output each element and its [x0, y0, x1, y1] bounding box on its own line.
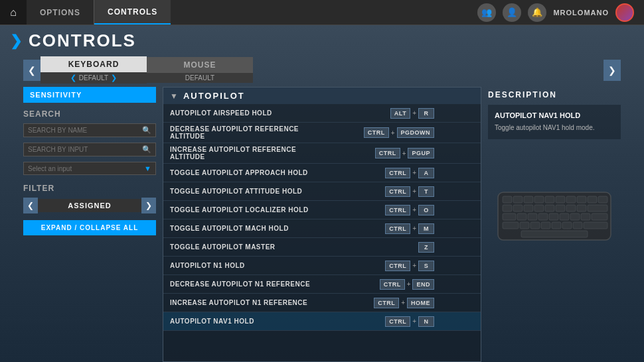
search-label: SEARCH [23, 106, 156, 120]
svg-rect-26 [570, 213, 580, 220]
table-row[interactable]: INCREASE AUTOPILOT N1 REFERENCE CTRL + H… [163, 294, 481, 312]
table-row[interactable]: AUTOPILOT AIRSPEED HOLD ALT + R [163, 104, 481, 123]
sensitivity-button[interactable]: SENSITIVITY [23, 87, 156, 103]
svg-rect-19 [588, 205, 607, 211]
svg-rect-14 [534, 205, 544, 211]
community-icon[interactable]: 👥 [477, 3, 496, 22]
svg-rect-22 [528, 213, 537, 220]
filter-row: ❮ ASSIGNED ❯ [23, 198, 156, 213]
notifications-icon[interactable]: 🔔 [528, 3, 546, 22]
search-by-name-input[interactable] [28, 127, 142, 134]
svg-rect-30 [520, 222, 529, 229]
search-by-name-wrap: 🔍 [23, 123, 156, 137]
section-title: AUTOPILOT [183, 91, 245, 101]
svg-rect-32 [541, 222, 550, 229]
svg-rect-29 [503, 222, 519, 229]
keyboard-image [488, 179, 621, 245]
section-toggle-icon[interactable]: ▼ [170, 91, 178, 101]
table-row[interactable]: DECREASE AUTOPILOT REFERENCE ALTITUDE CT… [163, 123, 481, 143]
table-row[interactable]: INCREASE AUTOPILOT REFERENCE ALTITUDE CT… [163, 143, 481, 164]
username-label: MROLOMANO [553, 9, 609, 17]
svg-rect-33 [552, 222, 561, 229]
search-input-icon: 🔍 [142, 145, 151, 154]
search-by-input-wrap: 🔍 [23, 143, 156, 156]
home-button[interactable]: ⌂ [0, 0, 27, 25]
tab-sub-arrow-right[interactable]: ❯ [111, 74, 117, 82]
controls-tab[interactable]: CONTROLS [94, 0, 171, 25]
svg-rect-17 [566, 205, 576, 211]
description-panel: DESCRIPTION AUTOPILOT NAV1 HOLD Toggle a… [488, 87, 621, 362]
page-header: ❯ CONTROLS [0, 25, 644, 56]
page-title: CONTROLS [29, 30, 136, 51]
svg-rect-1 [503, 196, 512, 203]
table-row[interactable]: TOGGLE AUTOPILOT MACH HOLD CTRL + M [163, 219, 481, 238]
svg-rect-11 [503, 205, 512, 211]
svg-rect-10 [598, 196, 607, 203]
svg-rect-28 [592, 213, 607, 220]
svg-rect-13 [524, 205, 533, 211]
mouse-tab-label: MOUSE [147, 57, 253, 73]
svg-rect-8 [577, 196, 586, 203]
svg-rect-4 [534, 196, 544, 203]
tab-next-button[interactable]: ❯ [604, 60, 621, 81]
svg-rect-3 [524, 196, 533, 203]
table-row[interactable]: DECREASE AUTOPILOT N1 REFERENCE CTRL + E… [163, 275, 481, 294]
select-input-field[interactable] [28, 165, 144, 172]
table-row[interactable]: AUTOPILOT N1 HOLD CTRL + S [163, 257, 481, 275]
svg-rect-7 [566, 196, 576, 203]
expand-collapse-button[interactable]: EXPAND / COLLAPSE ALL [23, 220, 156, 235]
search-by-input-input[interactable] [28, 146, 142, 153]
svg-rect-23 [538, 213, 548, 220]
svg-rect-15 [545, 205, 554, 211]
options-tab[interactable]: OPTIONS [27, 0, 94, 25]
home-icon: ⌂ [10, 7, 17, 19]
svg-rect-12 [513, 205, 523, 211]
svg-rect-37 [521, 231, 588, 237]
select-arrow-icon: ▼ [144, 164, 151, 172]
table-row[interactable]: AUTOPILOT NAV1 HOLD CTRL + N [163, 312, 481, 331]
table-row[interactable]: TOGGLE AUTOPILOT APPROACH HOLD CTRL + A [163, 164, 481, 182]
svg-rect-6 [556, 196, 565, 203]
svg-rect-27 [581, 213, 590, 220]
svg-rect-36 [584, 222, 607, 229]
description-title: AUTOPILOT NAV1 HOLD [495, 111, 614, 119]
bindings-area[interactable]: ▼ AUTOPILOT AUTOPILOT AIRSPEED HOLD ALT … [163, 87, 481, 362]
filter-prev-button[interactable]: ❮ [23, 198, 38, 213]
filter-value: ASSIGNED [38, 199, 141, 212]
table-row[interactable]: TOGGLE AUTOPILOT LOCALIZER HOLD CTRL + O [163, 201, 481, 219]
description-header: DESCRIPTION [488, 87, 621, 105]
mouse-tab-sub: DEFAULT [147, 73, 253, 83]
nav-right: 👥 👤 🔔 MROLOMANO [467, 0, 644, 25]
svg-rect-21 [517, 213, 526, 220]
svg-rect-18 [577, 205, 586, 211]
section-header: ▼ AUTOPILOT [163, 88, 481, 104]
mouse-tab[interactable]: MOUSE DEFAULT [147, 57, 253, 83]
avatar[interactable] [615, 3, 634, 22]
keyboard-tab[interactable]: KEYBOARD ❮ DEFAULT ❯ [40, 56, 147, 84]
svg-rect-20 [503, 213, 516, 220]
svg-rect-24 [549, 213, 558, 220]
search-name-icon: 🔍 [142, 126, 151, 135]
main-content: ❯ CONTROLS ❮ KEYBOARD ❮ DEFAULT ❯ MOUSE … [0, 25, 644, 362]
description-content: AUTOPILOT NAV1 HOLD Toggle autopilot NAV… [488, 105, 621, 139]
tabs-row: ❮ KEYBOARD ❮ DEFAULT ❯ MOUSE DEFAULT ❯ [0, 56, 644, 84]
svg-rect-16 [556, 205, 565, 211]
svg-rect-31 [530, 222, 540, 229]
svg-rect-35 [573, 222, 582, 229]
svg-rect-5 [545, 196, 554, 203]
svg-rect-2 [513, 196, 523, 203]
svg-rect-25 [560, 213, 569, 220]
profile-icon[interactable]: 👤 [503, 3, 521, 22]
tab-prev-button[interactable]: ❮ [23, 60, 40, 81]
table-row[interactable]: TOGGLE AUTOPILOT ATTITUDE HOLD CTRL + T [163, 182, 481, 201]
filter-next-button[interactable]: ❯ [141, 198, 156, 213]
table-row[interactable]: TOGGLE AUTOPILOT MASTER Z [163, 238, 481, 257]
filter-label: FILTER [23, 180, 156, 194]
description-text: Toggle autopilot NAV1 hold mode. [495, 123, 614, 133]
svg-rect-34 [562, 222, 572, 229]
left-sidebar: SENSITIVITY SEARCH 🔍 🔍 ▼ FILTER ❮ ASSIGN… [23, 87, 156, 362]
top-nav: ⌂ OPTIONS CONTROLS 👥 👤 🔔 MROLOMANO [0, 0, 644, 25]
lower-area: SENSITIVITY SEARCH 🔍 🔍 ▼ FILTER ❮ ASSIGN… [0, 87, 644, 362]
tab-sub-arrow-left[interactable]: ❮ [70, 74, 76, 82]
svg-rect-9 [588, 196, 597, 203]
